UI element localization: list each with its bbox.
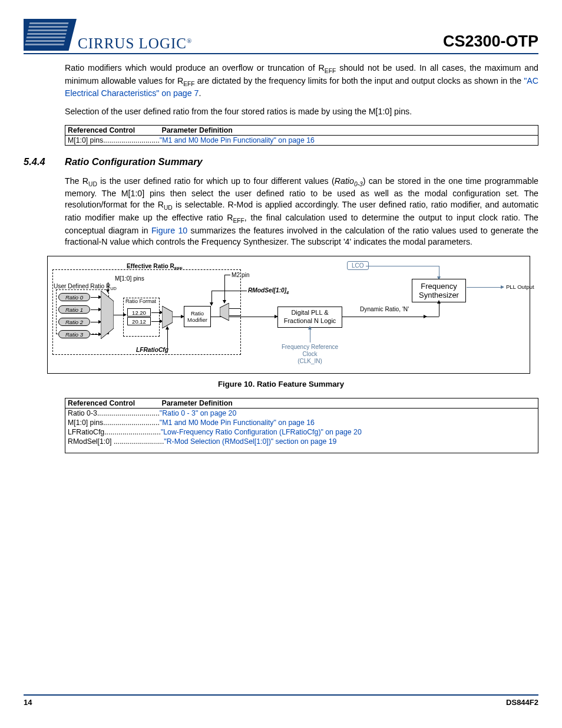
ratio-box-0: Ratio 0 <box>58 293 90 301</box>
doc-id: DS844F2 <box>506 698 538 707</box>
table-header: Referenced Control <box>65 125 160 135</box>
referenced-control-table-1: Referenced Control Parameter Definition … <box>65 125 538 146</box>
table-row: Ratio 0-3...............................… <box>65 408 538 418</box>
table-header: Referenced Control <box>65 398 160 408</box>
mux-icon <box>101 291 114 339</box>
table-header: Parameter Definition <box>160 398 538 408</box>
table-row: RModSel[1:0] ........................."R… <box>65 437 538 453</box>
ratio-box-1: Ratio 1 <box>58 305 90 314</box>
section-title: Ratio Configuration Summary <box>65 156 203 167</box>
format-1220: 12.20 <box>127 308 151 317</box>
svg-marker-0 <box>101 291 114 339</box>
link-figure-10[interactable]: Figure 10 <box>151 226 187 235</box>
figure-caption: Figure 10. Ratio Feature Summary <box>24 380 538 388</box>
label-m2-pin: M2 pin <box>232 272 250 278</box>
logo-mark-icon <box>24 19 77 51</box>
svg-marker-2 <box>220 303 229 321</box>
ratio-box-2: Ratio 2 <box>58 318 90 326</box>
label-lfratiocfg: LFRatioCfg <box>136 347 168 353</box>
block-freq-synth: Frequency Synthesizer <box>412 279 466 302</box>
label-dynamic-ratio: Dynamic Ratio, 'N' <box>360 306 409 312</box>
section-number: 5.4.4 <box>24 156 54 167</box>
paragraph-ratio-modifiers: Ratio modifiers which would produce an o… <box>65 62 538 99</box>
link-m1-m0-mode[interactable]: "M1 and M0 Mode Pin Functionality" on pa… <box>160 136 315 144</box>
label-m10-pins: M[1:0] pins <box>115 275 144 282</box>
paragraph-selection: Selection of the user defined ratio from… <box>65 106 538 117</box>
section-heading: 5.4.4 Ratio Configuration Summary <box>24 156 538 167</box>
block-ratio-modifier: Ratio Modifier <box>184 306 211 327</box>
referenced-control-table-2: Referenced Control Parameter Definition … <box>65 398 538 453</box>
label-effective-ratio: Effective Ratio REFF <box>127 263 183 271</box>
diagram-ratio-feature: Effective Ratio REFF User Defined Ratio … <box>47 256 530 374</box>
link-lfratiocfg[interactable]: "Low-Frequency Ratio Configuration (LFRa… <box>161 428 362 436</box>
block-dpll: Digital PLL & Fractional N Logic <box>277 307 342 328</box>
figure-10: Effective Ratio REFF User Defined Ratio … <box>47 256 530 374</box>
logo-text: CIRRUS LOGIC® <box>78 35 192 52</box>
logo: CIRRUS LOGIC® <box>24 19 192 51</box>
table-row: LFRatioCfg............................"L… <box>65 427 538 437</box>
page-number: 14 <box>24 698 32 707</box>
paragraph-ratio-config: The RUD is the user defined ratio for wh… <box>65 176 538 248</box>
label-ratio-format: Ratio Format <box>125 298 156 304</box>
link-ratio-0-3[interactable]: "Ratio 0 - 3" on page 20 <box>160 409 236 417</box>
table-header: Parameter Definition <box>160 125 538 135</box>
svg-marker-1 <box>162 306 173 328</box>
table-row: M[1:0] pins............................"… <box>65 135 538 145</box>
page-header: CIRRUS LOGIC® CS2300-OTP <box>24 19 538 54</box>
format-2012: 20.12 <box>127 317 151 325</box>
link-rmodsel[interactable]: "R-Mod Selection (RModSel[1:0])" section… <box>164 437 336 446</box>
mux-icon <box>162 306 173 328</box>
mux-icon <box>220 303 229 321</box>
page-footer: 14 DS844F2 <box>24 694 538 707</box>
document-title: CS2300-OTP <box>443 32 538 51</box>
label-rmodsel: RModSel[1:0]4 <box>248 287 289 295</box>
label-pll-output: PLL Output <box>506 284 534 290</box>
table-row: M[1:0] pins............................"… <box>65 418 538 427</box>
link-m1-m0-mode[interactable]: "M1 and M0 Mode Pin Functionality" on pa… <box>160 419 315 427</box>
label-ref-clock: Frequency Reference Clock(CLK_IN) <box>275 344 345 365</box>
ratio-box-3: Ratio 3 <box>58 330 90 338</box>
